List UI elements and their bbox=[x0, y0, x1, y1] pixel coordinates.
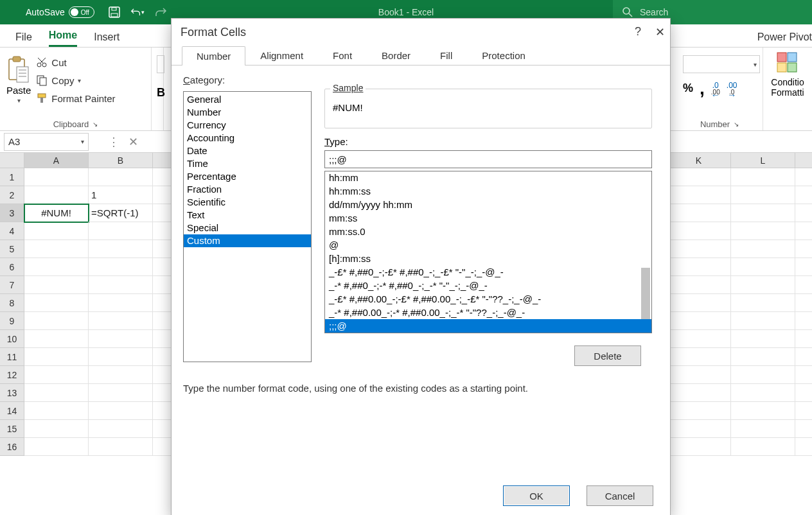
cell-M11[interactable] bbox=[795, 348, 812, 366]
cell-L1[interactable] bbox=[731, 168, 795, 186]
drag-handle-icon[interactable]: ⋮ bbox=[108, 135, 119, 149]
cell-M1[interactable] bbox=[795, 168, 812, 186]
cell-A12[interactable] bbox=[24, 366, 89, 384]
tab-file[interactable]: File bbox=[15, 31, 32, 47]
cell-K3[interactable] bbox=[667, 204, 731, 222]
close-icon[interactable]: ✕ bbox=[655, 25, 665, 39]
select-all-corner[interactable] bbox=[0, 153, 24, 168]
cell-L3[interactable] bbox=[731, 204, 795, 222]
cell-A13[interactable] bbox=[24, 384, 89, 402]
cell-K6[interactable] bbox=[667, 258, 731, 276]
cell-A5[interactable] bbox=[24, 240, 89, 258]
cell-L16[interactable] bbox=[731, 438, 795, 456]
row-header-8[interactable]: 8 bbox=[0, 294, 24, 312]
cell-B13[interactable] bbox=[89, 384, 153, 402]
type-item[interactable]: _-£* #,##0.00_-;-£* #,##0.00_-;_-£* "-"?… bbox=[325, 292, 651, 306]
dialog-tab-number[interactable]: Number bbox=[182, 46, 245, 65]
type-item[interactable]: mm:ss bbox=[325, 211, 651, 225]
cell-K1[interactable] bbox=[667, 168, 731, 186]
tab-insert[interactable]: Insert bbox=[94, 31, 119, 47]
dialog-launcher-icon[interactable]: ↘ bbox=[734, 121, 739, 128]
cell-K11[interactable] bbox=[667, 348, 731, 366]
cell-K12[interactable] bbox=[667, 366, 731, 384]
tab-home[interactable]: Home bbox=[49, 30, 77, 47]
ok-button[interactable]: OK bbox=[503, 485, 570, 506]
type-list[interactable]: hh:mmhh:mm:ssdd/mm/yyyy hh:mmmm:ssmm:ss.… bbox=[324, 171, 652, 333]
increase-decimal-button[interactable]: .0←.00 bbox=[711, 81, 720, 96]
comma-button[interactable]: , bbox=[700, 85, 705, 92]
cell-M13[interactable] bbox=[795, 384, 812, 402]
cell-B4[interactable] bbox=[89, 222, 153, 240]
dialog-tab-border[interactable]: Border bbox=[367, 46, 425, 65]
conditional-formatting-button[interactable]: Conditio Formatti bbox=[763, 48, 812, 130]
copy-button[interactable]: Copy▾ bbox=[36, 74, 115, 86]
cell-M2[interactable] bbox=[795, 186, 812, 204]
column-header-K[interactable]: K bbox=[667, 153, 731, 168]
cell-L14[interactable] bbox=[731, 402, 795, 420]
cell-K9[interactable] bbox=[667, 312, 731, 330]
cell-B9[interactable] bbox=[89, 312, 153, 330]
cell-L4[interactable] bbox=[731, 222, 795, 240]
type-item[interactable]: @ bbox=[325, 238, 651, 252]
cell-A16[interactable] bbox=[24, 438, 89, 456]
cell-A4[interactable] bbox=[24, 222, 89, 240]
cell-A3[interactable]: #NUM! bbox=[24, 204, 89, 222]
cell-L12[interactable] bbox=[731, 366, 795, 384]
format-painter-button[interactable]: Format Painter bbox=[36, 92, 115, 104]
cell-A8[interactable] bbox=[24, 294, 89, 312]
cell-K4[interactable] bbox=[667, 222, 731, 240]
cell-B3[interactable]: =SQRT(-1) bbox=[89, 204, 153, 222]
cell-M15[interactable] bbox=[795, 420, 812, 438]
autosave-toggle[interactable]: Off bbox=[69, 6, 94, 18]
category-item[interactable]: Percentage bbox=[184, 170, 311, 183]
cell-B2[interactable]: 1 bbox=[89, 186, 153, 204]
scrollbar-thumb[interactable] bbox=[641, 268, 650, 319]
cell-M5[interactable] bbox=[795, 240, 812, 258]
cell-L8[interactable] bbox=[731, 294, 795, 312]
cell-K10[interactable] bbox=[667, 330, 731, 348]
type-item[interactable]: hh:mm:ss bbox=[325, 184, 651, 198]
row-header-12[interactable]: 12 bbox=[0, 366, 24, 384]
category-item[interactable]: Accounting bbox=[184, 132, 311, 144]
row-header-3[interactable]: 3 bbox=[0, 204, 24, 222]
row-header-7[interactable]: 7 bbox=[0, 276, 24, 294]
type-item[interactable]: mm:ss.0 bbox=[325, 225, 651, 238]
row-header-10[interactable]: 10 bbox=[0, 330, 24, 348]
cell-M4[interactable] bbox=[795, 222, 812, 240]
cell-K2[interactable] bbox=[667, 186, 731, 204]
column-header-M[interactable]: M bbox=[795, 153, 812, 168]
type-item[interactable]: ;;;@ bbox=[325, 319, 651, 333]
row-header-2[interactable]: 2 bbox=[0, 186, 24, 204]
cell-B15[interactable] bbox=[89, 420, 153, 438]
undo-icon[interactable]: ▾ bbox=[130, 5, 145, 19]
cancel-button[interactable]: Cancel bbox=[587, 485, 653, 506]
cell-K5[interactable] bbox=[667, 240, 731, 258]
cell-M10[interactable] bbox=[795, 330, 812, 348]
cell-A10[interactable] bbox=[24, 330, 89, 348]
cell-M8[interactable] bbox=[795, 294, 812, 312]
cut-button[interactable]: Cut bbox=[36, 57, 115, 68]
cell-K7[interactable] bbox=[667, 276, 731, 294]
column-header-L[interactable]: L bbox=[731, 153, 795, 168]
cell-L9[interactable] bbox=[731, 312, 795, 330]
font-dropdown-edge[interactable] bbox=[157, 55, 164, 73]
cell-M7[interactable] bbox=[795, 276, 812, 294]
number-format-dropdown[interactable]: ▾ bbox=[683, 55, 760, 73]
row-header-15[interactable]: 15 bbox=[0, 420, 24, 438]
type-item[interactable]: _-£* #,##0_-;-£* #,##0_-;_-£* "-"_-;_-@_… bbox=[325, 265, 651, 279]
cell-A9[interactable] bbox=[24, 312, 89, 330]
type-input[interactable] bbox=[324, 150, 652, 168]
cell-B1[interactable] bbox=[89, 168, 153, 186]
category-item[interactable]: Custom bbox=[184, 234, 311, 247]
cell-M16[interactable] bbox=[795, 438, 812, 456]
percent-button[interactable]: % bbox=[683, 82, 693, 95]
cell-A6[interactable] bbox=[24, 258, 89, 276]
cell-M3[interactable] bbox=[795, 204, 812, 222]
category-item[interactable]: Text bbox=[184, 209, 311, 222]
type-item[interactable]: dd/mm/yyyy hh:mm bbox=[325, 198, 651, 211]
type-item[interactable]: [h]:mm:ss bbox=[325, 252, 651, 265]
type-item[interactable]: hh:mm bbox=[325, 171, 651, 184]
help-icon[interactable]: ? bbox=[635, 25, 641, 39]
category-item[interactable]: Date bbox=[184, 144, 311, 157]
cell-K14[interactable] bbox=[667, 402, 731, 420]
